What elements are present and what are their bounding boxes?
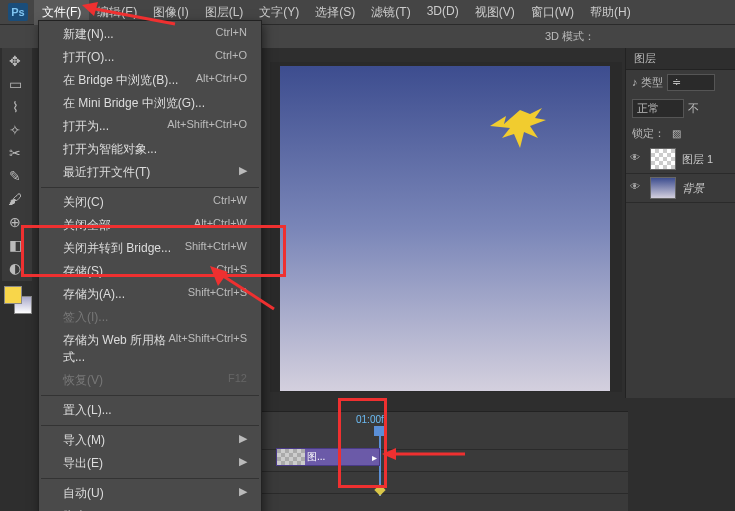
menu-item: 恢复(V)F12 [39, 369, 261, 392]
brush-tool-icon[interactable]: 🖌 [2, 188, 28, 210]
eraser-tool-icon[interactable]: ◧ [2, 234, 28, 256]
blend-mode-select[interactable]: 正常 [632, 99, 684, 118]
menu-item[interactable]: 在 Bridge 中浏览(B)...Alt+Ctrl+O [39, 69, 261, 92]
submenu-arrow-icon: ▶ [239, 455, 247, 472]
lock-label: 锁定： [632, 126, 665, 141]
menu-3d[interactable]: 3D(D) [419, 0, 467, 25]
visibility-eye-icon[interactable]: 👁 [630, 181, 644, 195]
menu-item[interactable]: 最近打开文件(T)▶ [39, 161, 261, 184]
menu-item-label: 关闭(C) [63, 194, 104, 211]
menu-item-label: 打开为... [63, 118, 109, 135]
menu-item[interactable]: 在 Mini Bridge 中浏览(G)... [39, 92, 261, 115]
shortcut-label: Alt+Shift+Ctrl+S [168, 332, 247, 366]
stamp-tool-icon[interactable]: ⊕ [2, 211, 28, 233]
menu-separator [41, 395, 259, 396]
shortcut-label: Ctrl+N [216, 26, 247, 43]
shortcut-label: Shift+Ctrl+S [188, 286, 247, 303]
shortcut-label: Alt+Shift+Ctrl+O [167, 118, 247, 135]
shortcut-label: Ctrl+S [216, 263, 247, 280]
menu-item-label: 存储为(A)... [63, 286, 125, 303]
menu-item-label: 打开(O)... [63, 49, 114, 66]
menu-separator [41, 425, 259, 426]
tools-panel: ✥ ▭ ⌇ ✧ ✂ ✎ 🖌 ⊕ ◧ ◐ [2, 48, 32, 281]
menu-item[interactable]: 存储为 Web 所用格式...Alt+Shift+Ctrl+S [39, 329, 261, 369]
menu-item-label: 打开为智能对象... [63, 141, 157, 158]
submenu-arrow-icon: ▶ [239, 485, 247, 502]
submenu-arrow-icon: ▶ [239, 432, 247, 449]
menu-帮助[interactable]: 帮助(H) [582, 0, 639, 25]
layer-thumbnail [650, 148, 676, 170]
clip-label: 图... [307, 450, 325, 464]
menu-item[interactable]: 自动(U)▶ [39, 482, 261, 505]
panel-tab-layers[interactable]: 图层 [626, 48, 735, 70]
menu-item[interactable]: 脚本(R)▶ [39, 505, 261, 511]
menu-item[interactable]: 打开(O)...Ctrl+O [39, 46, 261, 69]
mode-label: 3D 模式： [545, 29, 595, 44]
shortcut-label: Alt+Ctrl+W [194, 217, 247, 234]
shortcut-label: Shift+Ctrl+W [185, 240, 247, 257]
menu-item-label: 存储(S) [63, 263, 103, 280]
menu-separator [41, 187, 259, 188]
menu-item-label: 关闭并转到 Bridge... [63, 240, 171, 257]
canvas-area [270, 62, 622, 392]
app-logo: Ps [8, 3, 28, 21]
menu-item[interactable]: 打开为智能对象... [39, 138, 261, 161]
wand-tool-icon[interactable]: ✧ [2, 119, 28, 141]
menu-item[interactable]: 关闭并转到 Bridge...Shift+Ctrl+W [39, 237, 261, 260]
shortcut-label: F12 [228, 372, 247, 389]
menu-item-label: 最近打开文件(T) [63, 164, 150, 181]
marquee-tool-icon[interactable]: ▭ [2, 73, 28, 95]
menu-item[interactable]: 打开为...Alt+Shift+Ctrl+O [39, 115, 261, 138]
document-canvas[interactable] [280, 66, 610, 391]
menu-item[interactable]: 新建(N)...Ctrl+N [39, 23, 261, 46]
menu-item-label: 关闭全部 [63, 217, 111, 234]
menu-item-label: 导入(M) [63, 432, 105, 449]
shortcut-label: Ctrl+O [215, 49, 247, 66]
menu-窗口[interactable]: 窗口(W) [523, 0, 582, 25]
layers-panel: 图层 ♪ 类型 ≑ 正常 不 锁定： ▨ 👁图层 1👁背景 [625, 48, 735, 398]
layer-row[interactable]: 👁图层 1 [626, 145, 735, 174]
menu-item-label: 签入(I)... [63, 309, 108, 326]
bird-shape-icon [480, 104, 550, 154]
file-menu-dropdown: 新建(N)...Ctrl+N打开(O)...Ctrl+O在 Bridge 中浏览… [38, 20, 262, 511]
menu-item[interactable]: 导入(M)▶ [39, 429, 261, 452]
layer-name-label: 图层 1 [682, 152, 713, 167]
opacity-label: 不 [688, 101, 699, 116]
shortcut-label: Ctrl+W [213, 194, 247, 211]
menu-item[interactable]: 存储为(A)...Shift+Ctrl+S [39, 283, 261, 306]
visibility-eye-icon[interactable]: 👁 [630, 152, 644, 166]
filter-dropdown[interactable]: ≑ [667, 74, 715, 91]
crop-tool-icon[interactable]: ✂ [2, 142, 28, 164]
menu-视图[interactable]: 视图(V) [467, 0, 523, 25]
submenu-arrow-icon: ▶ [239, 164, 247, 181]
menu-item-label: 自动(U) [63, 485, 104, 502]
kind-filter-label: ♪ 类型 [632, 75, 663, 90]
menu-item-label: 导出(E) [63, 455, 103, 472]
menu-item[interactable]: 置入(L)... [39, 399, 261, 422]
eyedropper-tool-icon[interactable]: ✎ [2, 165, 28, 187]
menu-item-label: 在 Mini Bridge 中浏览(G)... [63, 95, 205, 112]
move-tool-icon[interactable]: ✥ [2, 50, 28, 72]
menu-item-label: 存储为 Web 所用格式... [63, 332, 168, 366]
menu-item-label: 恢复(V) [63, 372, 103, 389]
foreground-color-swatch[interactable] [4, 286, 22, 304]
lock-icon[interactable]: ▨ [669, 127, 683, 141]
menu-item-label: 置入(L)... [63, 402, 112, 419]
chevron-right-icon: ▸ [372, 452, 377, 463]
menu-item[interactable]: 导出(E)▶ [39, 452, 261, 475]
shortcut-label: Alt+Ctrl+O [196, 72, 247, 89]
playhead-time-label: 01:00f [356, 414, 384, 425]
timeline-clip[interactable]: 图... ▸ [276, 448, 380, 466]
menu-选择[interactable]: 选择(S) [307, 0, 363, 25]
menu-separator [41, 478, 259, 479]
layer-row[interactable]: 👁背景 [626, 174, 735, 203]
lasso-tool-icon[interactable]: ⌇ [2, 96, 28, 118]
menu-item-label: 在 Bridge 中浏览(B)... [63, 72, 178, 89]
layer-thumbnail [650, 177, 676, 199]
menu-item[interactable]: 存储(S)Ctrl+S [39, 260, 261, 283]
menu-滤镜[interactable]: 滤镜(T) [363, 0, 418, 25]
menu-item[interactable]: 关闭(C)Ctrl+W [39, 191, 261, 214]
gradient-tool-icon[interactable]: ◐ [2, 257, 28, 279]
menu-item[interactable]: 关闭全部Alt+Ctrl+W [39, 214, 261, 237]
menu-item-label: 新建(N)... [63, 26, 114, 43]
